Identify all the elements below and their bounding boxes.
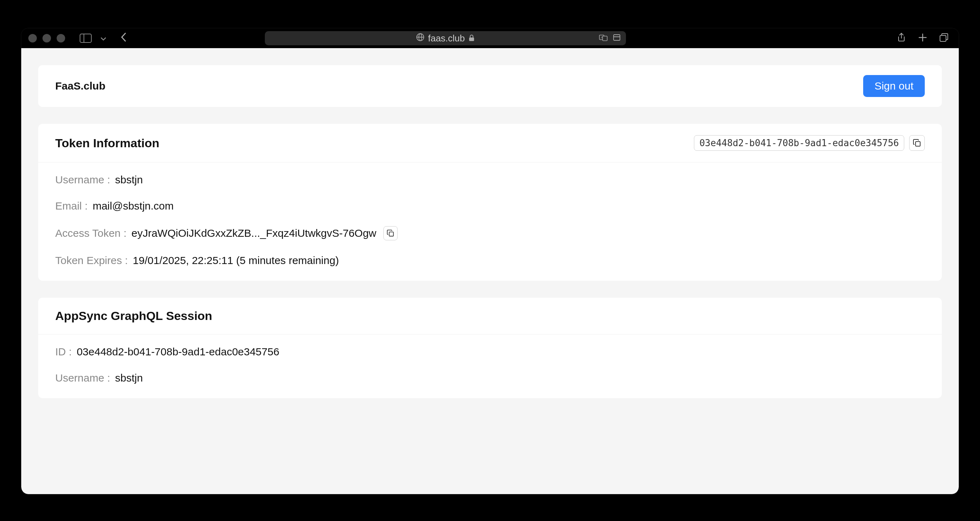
app-header: FaaS.club Sign out	[38, 65, 942, 107]
sidebar-toggle-button[interactable]	[79, 33, 92, 43]
session-username-value: sbstjn	[115, 372, 143, 384]
chevron-down-icon[interactable]	[100, 34, 106, 43]
username-row: Username : sbstjn	[55, 174, 925, 186]
svg-rect-7	[603, 36, 607, 41]
session-id-value: 03e448d2-b041-708b-9ad1-edac0e345756	[77, 346, 279, 358]
app-title: FaaS.club	[55, 80, 105, 92]
traffic-lights	[28, 34, 65, 43]
browser-chrome: faas.club A	[21, 28, 959, 48]
access-token-row: Access Token : eyJraWQiOiJKdGxxZkZB..._F…	[55, 226, 925, 240]
svg-rect-5	[469, 38, 474, 41]
token-expires-label: Token Expires :	[55, 254, 128, 267]
access-token-label: Access Token :	[55, 227, 126, 239]
email-label: Email :	[55, 200, 88, 212]
signout-button[interactable]: Sign out	[863, 75, 925, 97]
browser-window: faas.club A	[21, 28, 959, 494]
appsync-session-card: AppSync GraphQL Session ID : 03e448d2-b0…	[38, 298, 942, 398]
svg-rect-9	[614, 35, 620, 40]
globe-icon	[416, 33, 425, 44]
token-id-value: 03e448d2-b041-708b-9ad1-edac0e345756	[694, 135, 904, 151]
username-label: Username :	[55, 174, 110, 186]
access-token-value: eyJraWQiOiJKdGxxZkZB..._Fxqz4iUtwkgvS-76…	[131, 227, 376, 239]
new-tab-icon[interactable]	[918, 33, 928, 44]
token-card-header: Token Information 03e448d2-b041-708b-9ad…	[38, 124, 942, 162]
token-card-body: Username : sbstjn Email : mail@sbstjn.co…	[38, 162, 942, 281]
lock-icon	[468, 33, 475, 44]
browser-content: FaaS.club Sign out Token Information 03e…	[21, 48, 959, 494]
session-id-label: ID :	[55, 346, 72, 358]
token-id-badge: 03e448d2-b041-708b-9ad1-edac0e345756	[694, 135, 925, 151]
email-row: Email : mail@sbstjn.com	[55, 200, 925, 212]
session-username-row: Username : sbstjn	[55, 372, 925, 384]
address-bar-content: faas.club	[416, 33, 475, 44]
token-card-title: Token Information	[55, 136, 159, 150]
session-card-header: AppSync GraphQL Session	[38, 298, 942, 335]
address-bar[interactable]: faas.club A	[265, 31, 626, 45]
svg-rect-14	[916, 141, 920, 146]
minimize-window-button[interactable]	[43, 34, 51, 43]
chrome-right-controls	[896, 33, 949, 44]
tabs-icon[interactable]	[939, 33, 949, 44]
token-expires-value: 19/01/2025, 22:25:11 (5 minutes remainin…	[133, 254, 339, 267]
close-window-button[interactable]	[28, 34, 37, 43]
address-bar-actions: A	[599, 34, 621, 43]
svg-rect-0	[80, 34, 91, 43]
session-username-label: Username :	[55, 372, 110, 384]
copy-access-token-button[interactable]	[383, 226, 398, 240]
token-information-card: Token Information 03e448d2-b041-708b-9ad…	[38, 124, 942, 281]
chrome-left-controls	[79, 32, 127, 45]
svg-text:A: A	[601, 36, 603, 39]
token-expires-row: Token Expires : 19/01/2025, 22:25:11 (5 …	[55, 254, 925, 267]
session-card-body: ID : 03e448d2-b041-708b-9ad1-edac0e34575…	[38, 335, 942, 398]
translate-icon[interactable]: A	[599, 34, 608, 43]
session-card-title: AppSync GraphQL Session	[55, 309, 212, 323]
copy-token-id-button[interactable]	[909, 135, 925, 151]
share-icon[interactable]	[896, 33, 906, 44]
svg-rect-15	[389, 232, 393, 236]
session-id-row: ID : 03e448d2-b041-708b-9ad1-edac0e34575…	[55, 346, 925, 358]
reader-icon[interactable]	[612, 34, 621, 43]
email-value: mail@sbstjn.com	[93, 200, 174, 212]
back-button[interactable]	[120, 32, 127, 45]
url-text: faas.club	[428, 33, 465, 44]
svg-rect-13	[940, 35, 946, 41]
username-value: sbstjn	[115, 174, 143, 186]
maximize-window-button[interactable]	[57, 34, 65, 43]
